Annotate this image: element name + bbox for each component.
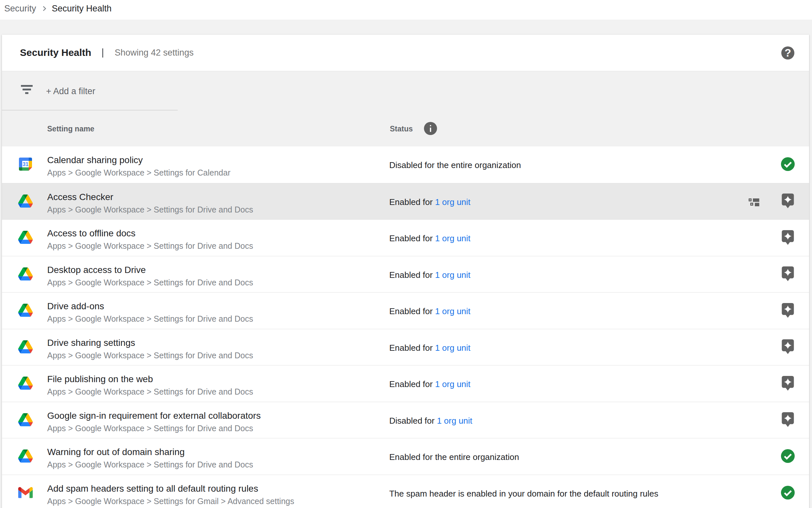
svg-text:31: 31 <box>22 161 29 167</box>
